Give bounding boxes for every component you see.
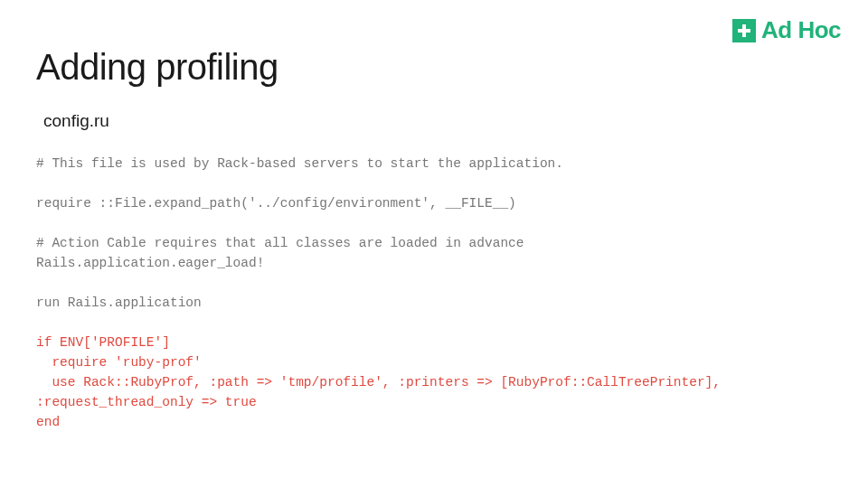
code-line: # This file is used by Rack-based server…: [36, 156, 563, 171]
code-snippet: # This file is used by Rack-based server…: [36, 154, 832, 432]
code-line-highlight: use Rack::RubyProf, :path => 'tmp/profil…: [36, 375, 729, 409]
code-line: # Action Cable requires that all classes…: [36, 236, 524, 250]
filename-label: config.ru: [43, 111, 109, 131]
code-line: run Rails.application: [36, 296, 202, 310]
code-line: Rails.application.eager_load!: [36, 256, 264, 270]
brand-name: Ad Hoc: [761, 16, 841, 44]
code-line-highlight: if ENV['PROFILE']: [36, 335, 170, 350]
plus-square-icon: [732, 19, 756, 42]
slide-title: Adding profiling: [36, 47, 278, 88]
brand-logo: Ad Hoc: [732, 16, 841, 44]
code-line: require ::File.expand_path('../config/en…: [36, 196, 516, 211]
code-line-highlight: end: [36, 415, 60, 429]
code-line-highlight: require 'ruby-prof': [36, 355, 202, 370]
